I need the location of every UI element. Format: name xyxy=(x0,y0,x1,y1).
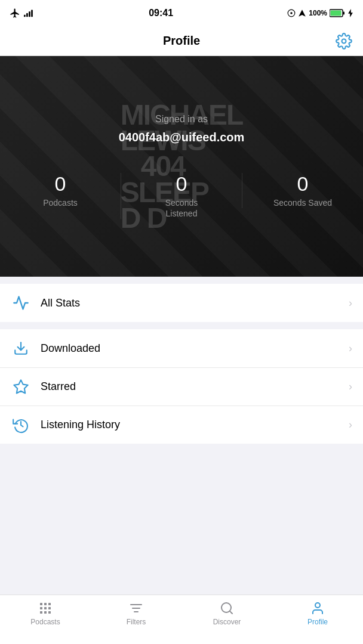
svg-rect-0 xyxy=(24,15,26,17)
starred-label: Starred xyxy=(41,380,349,393)
svg-rect-17 xyxy=(48,607,51,609)
tab-bar: Podcasts Filters Discover Profil xyxy=(0,595,363,644)
status-time: 09:41 xyxy=(149,8,173,18)
tab-filters-label: Filters xyxy=(127,618,146,626)
menu-item-all-stats[interactable]: All Stats › xyxy=(0,284,363,322)
svg-rect-20 xyxy=(48,611,51,614)
tab-discover-label: Discover xyxy=(213,618,241,626)
all-stats-label: All Stats xyxy=(41,297,349,309)
email-display: 0400f4ab@uifeed.com xyxy=(119,131,245,144)
profile-banner: MICHAELLEWIS 404SLEEP D D Signed in as 0… xyxy=(0,56,363,277)
svg-rect-8 xyxy=(343,12,345,15)
stat-seconds-listened-value: 0 xyxy=(176,173,187,195)
status-left xyxy=(10,8,35,18)
discover-icon xyxy=(220,601,234,615)
signal-icon xyxy=(24,9,35,17)
svg-rect-15 xyxy=(40,607,42,609)
stat-seconds-listened: 0 SecondsListened xyxy=(121,173,242,219)
menu-item-downloaded[interactable]: Downloaded › xyxy=(0,329,363,367)
svg-rect-12 xyxy=(40,603,42,605)
download-icon xyxy=(11,340,31,356)
svg-rect-7 xyxy=(331,11,342,16)
menu-section-stats: All Stats › xyxy=(0,284,363,322)
chart-icon xyxy=(11,295,31,311)
location-icon xyxy=(287,9,296,17)
listening-history-label: Listening History xyxy=(41,419,349,431)
tab-profile[interactable]: Profile xyxy=(294,601,342,626)
svg-point-9 xyxy=(342,39,346,43)
svg-rect-14 xyxy=(48,603,51,605)
battery-percent: 100% xyxy=(309,9,327,17)
tab-profile-label: Profile xyxy=(307,618,328,626)
svg-rect-19 xyxy=(44,611,47,614)
stat-seconds-saved-value: 0 xyxy=(297,173,309,195)
chevron-right-icon: › xyxy=(349,342,352,355)
filters-icon xyxy=(129,601,143,615)
svg-point-26 xyxy=(315,603,320,608)
svg-line-25 xyxy=(230,611,232,614)
charging-icon xyxy=(347,9,353,17)
nav-icon xyxy=(298,9,306,17)
profile-icon xyxy=(310,601,325,615)
chevron-right-icon: › xyxy=(349,380,352,393)
banner-background xyxy=(0,56,363,277)
downloaded-label: Downloaded xyxy=(41,342,349,355)
stat-seconds-listened-label: SecondsListened xyxy=(165,197,198,219)
svg-marker-11 xyxy=(14,380,27,393)
signed-in-label: Signed in as xyxy=(155,114,208,125)
svg-rect-2 xyxy=(29,11,30,17)
svg-rect-3 xyxy=(31,10,33,17)
tab-filters[interactable]: Filters xyxy=(112,601,160,626)
stat-podcasts: 0 Podcasts xyxy=(0,173,121,209)
svg-point-5 xyxy=(291,12,293,14)
tab-discover[interactable]: Discover xyxy=(203,601,251,626)
status-bar: 09:41 100% xyxy=(0,0,363,26)
page-title: Profile xyxy=(163,34,200,48)
stats-row: 0 Podcasts 0 SecondsListened 0 Seconds S… xyxy=(0,173,363,219)
stat-seconds-saved-label: Seconds Saved xyxy=(273,197,332,208)
chevron-right-icon: › xyxy=(349,419,352,431)
airplane-icon xyxy=(10,8,20,18)
stat-podcasts-label: Podcasts xyxy=(43,197,78,208)
menu-item-listening-history[interactable]: Listening History › xyxy=(0,405,363,444)
svg-rect-13 xyxy=(44,603,47,605)
svg-rect-18 xyxy=(40,611,42,614)
tab-podcasts[interactable]: Podcasts xyxy=(21,601,69,626)
svg-rect-1 xyxy=(26,13,28,17)
svg-rect-16 xyxy=(44,607,47,609)
podcasts-icon xyxy=(38,601,53,615)
stat-seconds-saved: 0 Seconds Saved xyxy=(242,173,363,209)
chevron-right-icon: › xyxy=(349,297,352,309)
battery-icon xyxy=(330,9,345,17)
stat-podcasts-value: 0 xyxy=(55,173,66,195)
header: Profile xyxy=(0,26,363,56)
gear-icon xyxy=(336,33,352,49)
settings-button[interactable] xyxy=(336,33,352,49)
menu-item-starred[interactable]: Starred › xyxy=(0,367,363,405)
star-icon xyxy=(11,379,31,395)
history-icon xyxy=(11,417,31,434)
status-right: 100% xyxy=(287,9,353,17)
menu-section-library: Downloaded › Starred › Listening History… xyxy=(0,329,363,444)
tab-podcasts-label: Podcasts xyxy=(30,618,60,626)
